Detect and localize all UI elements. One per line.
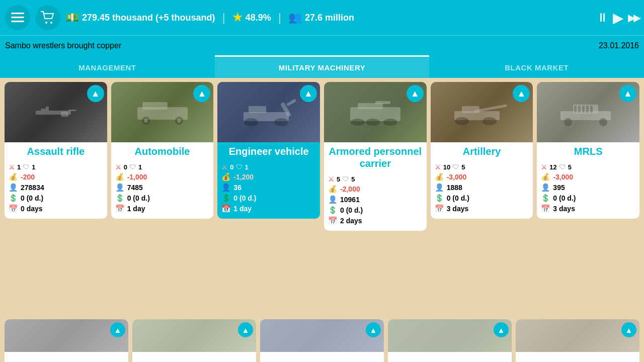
defense-value: 1 [245, 163, 249, 171]
bottom-upgrade-badge-bc4[interactable]: ▲ [494, 322, 509, 337]
time-value: 1 day [127, 205, 145, 213]
shield-icon: 🛡 [559, 163, 566, 171]
rating-display: ★ 48.9% [232, 11, 271, 24]
money-icon: 💵 [65, 11, 79, 24]
time-row-engineer-vehicle: 📅 1 day [221, 204, 316, 213]
troops-icon: 👤 [9, 183, 18, 192]
tab-military-machinery[interactable]: MILITARY MACHINERY [215, 55, 430, 78]
menu-button[interactable] [5, 5, 30, 30]
income-row-engineer-vehicle: 💲 0 (0 d.) [221, 194, 316, 203]
card-image-apc: ▲ [324, 82, 427, 142]
separator-1: | [222, 11, 225, 25]
header: 💵 279.45 thousand (+5 thousand) | ★ 48.9… [0, 0, 644, 35]
card-artillery[interactable]: ▲Artillery ⚔ 10 🛡 5 💰 -3,000 👤 1888 💲 0 … [431, 82, 533, 219]
play-button[interactable]: ▶ [613, 10, 624, 26]
income-icon: 💲 [435, 194, 444, 203]
time-row-apc: 📅 2 days [328, 216, 423, 225]
defense-value: 5 [461, 163, 465, 171]
svg-rect-17 [249, 106, 266, 113]
troops-icon: 👤 [328, 195, 338, 204]
cost-row-artillery: 💰 -3,000 [435, 172, 529, 182]
bottom-card-image-bc5 [516, 319, 639, 352]
card-title-engineer-vehicle: Engineer vehicle [217, 142, 320, 159]
troops-icon: 👤 [221, 183, 231, 192]
defense-value: 5 [568, 163, 572, 171]
bottom-card-bc5[interactable]: ▲ [516, 319, 639, 362]
svg-rect-2 [11, 21, 24, 22]
svg-point-13 [144, 119, 148, 123]
income-value: 0 (0 d.) [340, 206, 363, 214]
time-icon: 📅 [328, 216, 338, 225]
cart-button[interactable] [35, 5, 60, 30]
cost-icon: 💰 [221, 172, 231, 182]
defense-value: 1 [138, 163, 142, 171]
bottom-upgrade-badge-bc5[interactable]: ▲ [621, 322, 636, 337]
svg-rect-24 [375, 101, 390, 104]
tab-management[interactable]: MANAGEMENT [0, 55, 215, 78]
svg-point-41 [599, 118, 607, 126]
attack-value: 10 [443, 163, 450, 171]
tab-black-market[interactable]: BLACK MARKET [429, 55, 644, 78]
troops-row-automobile: 👤 7485 [115, 183, 210, 192]
card-image-artillery: ▲ [431, 82, 533, 142]
playback-controls: ⏸ ▶ ▶▶ [597, 10, 639, 26]
attack-value: 0 [230, 163, 233, 171]
card-title-mrls: MRLS [537, 142, 639, 159]
bottom-card-bc4[interactable]: ▲ [388, 319, 512, 362]
bottom-upgrade-badge-bc1[interactable]: ▲ [110, 322, 125, 337]
svg-rect-1 [11, 17, 24, 18]
combat-row-mrls: ⚔ 12 🛡 5 [541, 163, 635, 171]
troops-value: 278834 [21, 184, 44, 192]
svg-point-4 [50, 22, 52, 24]
bottom-card-bc1[interactable]: ▲ [5, 319, 128, 362]
upgrade-badge-engineer-vehicle[interactable]: ▲ [300, 85, 317, 102]
troops-icon: 👤 [541, 183, 550, 192]
troops-value: 10961 [340, 196, 360, 204]
combat-row-artillery: ⚔ 10 🛡 5 [435, 163, 529, 171]
troops-value: 1888 [447, 184, 462, 192]
combat-row-assault-rifle: ⚔ 1 🛡 1 [9, 163, 103, 171]
time-row-assault-rifle: 📅 0 days [9, 204, 103, 213]
card-mrls[interactable]: ▲MRLS ⚔ 12 🛡 5 💰 -3,000 👤 395 💲 0 (0 d.)… [537, 82, 639, 219]
fast-forward-button[interactable]: ▶▶ [628, 12, 639, 24]
svg-point-32 [482, 117, 497, 125]
troops-row-mrls: 👤 395 [541, 183, 635, 192]
cost-row-engineer-vehicle: 💰 -1,200 [221, 172, 316, 182]
card-engineer-vehicle[interactable]: ▲Engineer vehicle ⚔ 0 🛡 1 💰 -1,200 👤 36 … [217, 82, 320, 219]
svg-rect-37 [582, 106, 585, 113]
card-assault-rifle[interactable]: ▲Assault rifle ⚔ 1 🛡 1 💰 -200 👤 278834 💲… [5, 82, 107, 219]
card-automobile[interactable]: ▲Automobile ⚔ 0 🛡 1 💰 -1,000 👤 7485 💲 0 … [111, 82, 214, 219]
upgrade-badge-apc[interactable]: ▲ [407, 85, 424, 102]
troops-icon: 👤 [435, 183, 444, 192]
upgrade-badge-mrls[interactable]: ▲ [619, 85, 636, 102]
svg-point-40 [564, 118, 572, 126]
shield-icon: 🛡 [23, 163, 30, 171]
bottom-card-image-bc1 [5, 319, 128, 352]
svg-rect-8 [46, 107, 49, 111]
bottom-upgrade-badge-bc3[interactable]: ▲ [366, 322, 381, 337]
time-value: 1 day [233, 205, 252, 213]
card-apc[interactable]: ▲Armored personnel carrier ⚔ 5 🛡 5 💰 -2,… [324, 82, 427, 231]
troops-value: 7485 [127, 184, 143, 192]
troops-value: 395 [553, 184, 565, 192]
bottom-upgrade-badge-bc2[interactable]: ▲ [238, 322, 253, 337]
card-title-apc: Armored personnel carrier [324, 142, 427, 171]
card-image-assault-rifle: ▲ [5, 82, 107, 142]
svg-rect-9 [61, 112, 68, 117]
upgrade-badge-assault-rifle[interactable]: ▲ [87, 85, 104, 102]
troops-row-artillery: 👤 1888 [435, 183, 529, 192]
population-display: 👥 27.6 million [288, 11, 354, 24]
troops-row-apc: 👤 10961 [328, 195, 423, 204]
card-stats-artillery: ⚔ 10 🛡 5 💰 -3,000 👤 1888 💲 0 (0 d.) 📅 3 … [431, 159, 533, 219]
time-icon: 📅 [9, 204, 18, 213]
income-value: 0 (0 d.) [447, 194, 469, 202]
bottom-card-bc3[interactable]: ▲ [260, 319, 384, 362]
bottom-card-bc2[interactable]: ▲ [132, 319, 256, 362]
time-icon: 📅 [115, 204, 125, 213]
time-icon: 📅 [435, 204, 444, 213]
bottom-card-image-bc4 [388, 319, 512, 352]
svg-rect-19 [286, 99, 296, 106]
svg-rect-35 [574, 106, 577, 113]
pause-button[interactable]: ⏸ [597, 11, 609, 25]
card-title-artillery: Artillery [431, 142, 533, 159]
